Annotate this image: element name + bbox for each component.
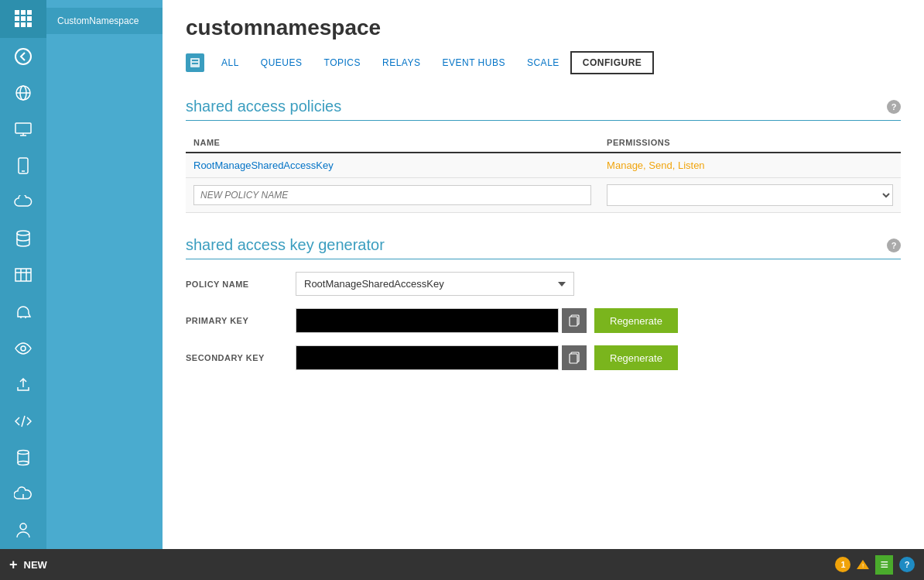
new-policy-name-cell[interactable] [186, 178, 599, 213]
sidebar-icon-table[interactable] [8, 260, 39, 290]
policy-name-row: POLICY NAME RootManageSharedAccessKey [186, 272, 901, 296]
section-header-keygen: shared access key generator ? [186, 236, 901, 259]
new-policy-permissions-cell[interactable]: Manage Send Listen [599, 178, 901, 213]
svg-rect-4 [15, 123, 31, 133]
svg-point-14 [21, 346, 26, 351]
sidebar-icon-cloud[interactable] [8, 187, 39, 218]
tab-nav: ALL QUEUES TOPICS RELAYS EVENT HUBS SCAL… [186, 51, 901, 74]
shared-access-key-generator-section: shared access key generator ? POLICY NAM… [186, 236, 901, 370]
col-name: NAME [186, 133, 599, 153]
secondary-key-row: SECONDARY KEY Regenerate [186, 345, 901, 370]
sidebar-icon-mobile[interactable] [8, 150, 39, 180]
bottom-bar: + NEW 1 ! ≡ ? [0, 549, 924, 580]
page-title: customnamespace [186, 15, 901, 40]
policy-permissions-cell: Manage, Send, Listen [599, 153, 901, 178]
svg-rect-10 [15, 269, 31, 281]
help-status-button[interactable]: ? [899, 557, 915, 572]
list-status-icon[interactable]: ≡ [875, 555, 893, 575]
secondary-key-label: SECONDARY KEY [186, 353, 286, 362]
tab-relays[interactable]: RELAYS [371, 53, 431, 73]
sidebar-icon-elephant[interactable] [8, 297, 39, 327]
sidebar-icon-code[interactable] [8, 406, 39, 436]
tab-configure[interactable]: CONFIGURE [570, 51, 655, 74]
svg-text:!: ! [862, 562, 864, 569]
svg-point-18 [20, 523, 26, 530]
help-icon-policies[interactable]: ? [887, 100, 901, 114]
secondary-key-field [296, 345, 559, 370]
svg-point-15 [18, 451, 29, 455]
namespace-icon [186, 53, 204, 72]
svg-rect-21 [192, 63, 198, 64]
col-permissions: PERMISSIONS [599, 133, 901, 153]
new-button[interactable]: + NEW [9, 557, 47, 573]
sidebar-icon-monitor[interactable] [8, 114, 39, 144]
policy-name-label: POLICY NAME [186, 280, 286, 289]
svg-point-16 [18, 462, 29, 465]
grid-icon[interactable] [15, 10, 32, 27]
sidebar-icon-settings-cloud[interactable] [8, 479, 39, 510]
warning-icon: ! [857, 560, 869, 569]
primary-key-field [296, 308, 559, 333]
primary-key-copy-button[interactable] [562, 308, 587, 333]
policy-name-select[interactable]: RootManageSharedAccessKey [296, 272, 574, 296]
secondary-key-regenerate-button[interactable]: Regenerate [594, 345, 678, 370]
secondary-key-wrapper: Regenerate [296, 345, 678, 370]
primary-key-regenerate-button[interactable]: Regenerate [594, 308, 678, 333]
svg-rect-23 [570, 317, 577, 326]
svg-point-0 [15, 49, 31, 64]
policy-name-link[interactable]: RootManageSharedAccessKey [193, 160, 334, 171]
sidebar-icon-db[interactable] [8, 224, 39, 254]
section-title-keygen: shared access key generator [186, 236, 385, 254]
new-policy-row: Manage Send Listen [186, 178, 901, 213]
tab-queues[interactable]: QUEUES [250, 53, 313, 73]
policy-table: NAME PERMISSIONS RootManageSharedAccessK… [186, 133, 901, 213]
svg-rect-25 [570, 354, 577, 363]
primary-key-label: PRIMARY KEY [186, 316, 286, 325]
sidebar-icon-cylinder[interactable] [8, 442, 39, 472]
secondary-key-copy-button[interactable] [562, 345, 587, 370]
sidebar-top [0, 0, 46, 38]
primary-key-wrapper: Regenerate [296, 308, 678, 333]
new-label: NEW [24, 559, 47, 571]
policy-name-select-wrapper: RootManageSharedAccessKey [296, 272, 574, 296]
status-area: 1 ! ≡ ? [835, 555, 915, 575]
icon-sidebar [0, 0, 46, 549]
tab-topics[interactable]: TOPICS [313, 53, 371, 73]
new-policy-name-input[interactable] [193, 185, 591, 205]
primary-key-row: PRIMARY KEY Regenerate [186, 308, 901, 333]
main-content: customnamespace ALL QUEUES TOPICS RELAYS… [163, 0, 924, 549]
policy-permissions-value: Manage, Send, Listen [607, 160, 704, 171]
svg-point-9 [17, 231, 29, 235]
sidebar-icon-globe[interactable] [8, 77, 39, 108]
section-title-policies: shared access policies [186, 98, 341, 115]
sidebar-icon-back[interactable] [8, 41, 39, 71]
nav-sidebar: CustomNamespace [46, 0, 163, 549]
svg-rect-20 [192, 60, 198, 61]
tab-event-hubs[interactable]: EVENT HUBS [431, 53, 515, 73]
nav-sidebar-item-namespace[interactable]: CustomNamespace [46, 8, 163, 34]
tab-scale[interactable]: SCALE [516, 53, 570, 73]
sidebar-icon-person[interactable] [8, 516, 39, 546]
plus-icon: + [9, 557, 18, 573]
section-header-policies: shared access policies ? [186, 98, 901, 121]
policy-name-cell[interactable]: RootManageSharedAccessKey [186, 153, 599, 178]
shared-access-policies-section: shared access policies ? NAME PERMISSION… [186, 98, 901, 213]
sidebar-icon-upload[interactable] [8, 369, 39, 400]
table-row: RootManageSharedAccessKey Manage, Send, … [186, 153, 901, 178]
tab-all[interactable]: ALL [210, 53, 250, 73]
help-icon-keygen[interactable]: ? [887, 239, 901, 252]
warning-badge[interactable]: 1 [835, 557, 850, 572]
sidebar-icon-eye[interactable] [8, 333, 39, 363]
new-policy-permissions-select[interactable]: Manage Send Listen [607, 184, 893, 206]
